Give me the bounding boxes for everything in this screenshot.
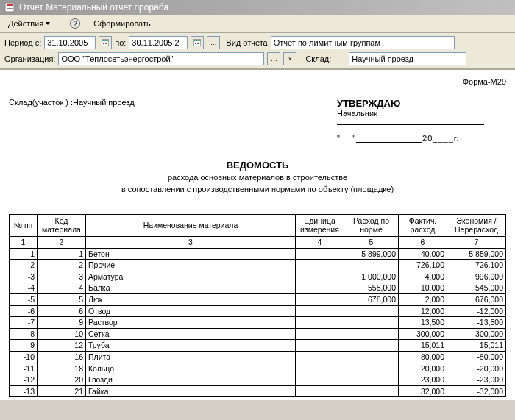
cell-name: Сетка <box>86 328 296 340</box>
report-type-input[interactable] <box>271 36 455 49</box>
cell-unit <box>296 340 344 352</box>
cell-code: 12 <box>38 340 86 352</box>
table-row[interactable]: -11Бетон5 899,00040,0005 859,000 <box>10 248 506 260</box>
cell-fact: 4,000 <box>399 271 447 282</box>
cell-diff: -32,000 <box>447 385 506 397</box>
org-clear-button[interactable]: × <box>283 52 296 65</box>
cell-code: 1 <box>38 248 86 260</box>
org-label: Организация: <box>4 54 55 63</box>
vedomost-line2: в сопоставлении с производственными норм… <box>9 184 506 195</box>
cell-code: 6 <box>38 305 86 317</box>
table-row[interactable]: -66Отвод12,000-12,000 <box>10 305 506 317</box>
col-header: Фактич. расход <box>399 214 447 236</box>
cell-code: 21 <box>38 385 86 397</box>
period-from-calendar-button[interactable] <box>99 36 112 49</box>
table-row[interactable]: -810Сетка300,000-300,000 <box>10 328 506 340</box>
table-row[interactable]: -1016Плита80,000-80,000 <box>10 351 506 363</box>
cell-name: Прочие <box>86 260 296 271</box>
table-row[interactable]: -912Труба15,011-15,011 <box>10 340 506 352</box>
cell-unit <box>296 363 344 374</box>
svg-rect-11 <box>197 43 199 44</box>
cell-npp: -6 <box>10 305 38 317</box>
period-to-label: по: <box>115 38 126 47</box>
cell-code: 5 <box>38 293 86 305</box>
cell-npp: -1 <box>10 248 38 260</box>
cell-fact: 15,011 <box>399 340 447 352</box>
cell-unit <box>296 385 344 397</box>
materials-table: № пп Код материала Наименование материал… <box>9 214 506 397</box>
cell-fact: 12,000 <box>399 305 447 317</box>
cell-name: Плита <box>86 351 296 363</box>
cell-npp: -5 <box>10 293 38 305</box>
cell-npp: -2 <box>10 260 38 271</box>
cell-fact: 80,000 <box>399 351 447 363</box>
cell-name: Гвозди <box>86 374 296 386</box>
help-button[interactable]: ? <box>65 16 85 31</box>
cell-npp: -11 <box>10 363 38 374</box>
table-row[interactable]: -44Балка555,00010,000545,000 <box>10 282 506 294</box>
svg-rect-2 <box>7 7 13 7</box>
approve-date-line: " "20____г. <box>337 134 506 143</box>
separator <box>60 17 60 30</box>
cell-norm <box>344 305 399 317</box>
table-row[interactable]: -55Люк678,0002,000676,000 <box>10 293 506 305</box>
params-panel: Период с: по: … Вид отчета Организация: … <box>0 33 515 69</box>
col-header: Расход по норме <box>344 214 399 236</box>
table-colnum-row: 1 2 3 4 5 6 7 <box>10 236 506 248</box>
sklad-line: Склад(участок ) :Научный проезд <box>9 98 135 143</box>
cell-unit <box>296 328 344 340</box>
col-header: № пп <box>10 214 38 236</box>
period-picker-button[interactable]: … <box>207 36 220 49</box>
org-select-button[interactable]: … <box>267 52 280 65</box>
cell-norm: 1 000,000 <box>344 271 399 282</box>
cell-diff: -20,000 <box>447 363 506 374</box>
cell-unit <box>296 305 344 317</box>
form-label: Сформировать <box>93 19 151 28</box>
cell-norm <box>344 351 399 363</box>
cell-code: 4 <box>38 282 86 294</box>
sklad-input[interactable] <box>349 52 466 65</box>
cell-norm <box>344 385 399 397</box>
report-type-label: Вид отчета <box>226 38 267 47</box>
cell-diff: -726,100 <box>447 260 506 271</box>
table-row[interactable]: -1321Гайка32,000-32,000 <box>10 385 506 397</box>
form-button[interactable]: Сформировать <box>88 17 156 30</box>
cell-npp: -9 <box>10 340 38 352</box>
actions-menu-button[interactable]: Действия <box>3 17 55 30</box>
table-row[interactable]: -79Раствор13,500-13,500 <box>10 317 506 329</box>
org-input[interactable] <box>58 52 264 65</box>
period-from-input[interactable] <box>44 36 96 49</box>
cell-norm <box>344 363 399 374</box>
cell-code: 20 <box>38 374 86 386</box>
cell-name: Арматура <box>86 271 296 282</box>
table-row[interactable]: -22Прочие726,100-726,100 <box>10 260 506 271</box>
cell-npp: -3 <box>10 271 38 282</box>
cell-fact: 300,000 <box>399 328 447 340</box>
cell-norm <box>344 374 399 386</box>
cell-unit <box>296 260 344 271</box>
table-row[interactable]: -33Арматура1 000,0004,000996,000 <box>10 271 506 282</box>
table-row[interactable]: -1220Гвозди23,000-23,000 <box>10 374 506 386</box>
svg-rect-7 <box>105 43 107 44</box>
cell-code: 3 <box>38 271 86 282</box>
cell-unit <box>296 317 344 329</box>
toolbar: Действия ? Сформировать <box>0 15 515 33</box>
cell-diff: 996,000 <box>447 271 506 282</box>
period-to-input[interactable] <box>129 36 188 49</box>
cell-fact: 32,000 <box>399 385 447 397</box>
vedomost-title: ВЕДОМОСТЬ <box>9 159 506 172</box>
cell-diff: 676,000 <box>447 293 506 305</box>
svg-rect-1 <box>7 4 13 6</box>
svg-rect-6 <box>103 43 104 44</box>
cell-norm: 5 899,000 <box>344 248 399 260</box>
period-to-calendar-button[interactable] <box>191 36 204 49</box>
vedomost-heading: ВЕДОМОСТЬ расхода основных материалов в … <box>9 159 506 195</box>
table-row[interactable]: -1118Кольцо20,000-20,000 <box>10 363 506 374</box>
approve-role: Начальник <box>337 109 377 118</box>
approve-signature-line <box>337 124 484 125</box>
cell-code: 16 <box>38 351 86 363</box>
cell-fact: 13,500 <box>399 317 447 329</box>
cell-norm <box>344 340 399 352</box>
cell-unit <box>296 293 344 305</box>
svg-rect-9 <box>193 40 201 41</box>
